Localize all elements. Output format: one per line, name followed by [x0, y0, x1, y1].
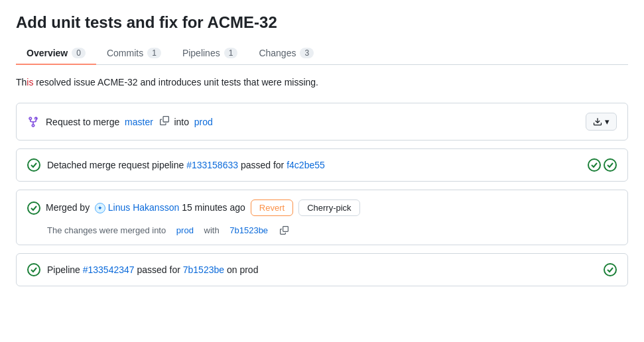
target-branch-link[interactable]: prod — [194, 117, 213, 127]
pipeline-link[interactable]: #133158633 — [186, 160, 238, 170]
tab-pipelines[interactable]: Pipelines 1 — [172, 42, 249, 65]
tab-changes[interactable]: Changes 3 — [248, 42, 324, 65]
final-pipeline-prefix: Pipeline — [47, 264, 80, 275]
merged-detail-prefix: The changes were merged into — [47, 225, 166, 235]
page-title: Add unit tests and fix for ACME-32 — [16, 13, 628, 32]
tab-changes-label: Changes — [259, 48, 296, 58]
final-pipeline-check-icon — [27, 263, 40, 276]
merged-time-text: 15 minutes ago — [182, 202, 245, 213]
merged-detail-row: The changes were merged into prod with 7… — [17, 223, 627, 245]
tabs-container: Overview 0 Commits 1 Pipelines 1 Changes… — [16, 42, 628, 65]
tab-commits[interactable]: Commits 1 — [96, 42, 172, 65]
tab-overview-badge: 0 — [72, 48, 86, 58]
final-pipeline-text: Pipeline #133542347 passed for 7b1523be … — [47, 264, 258, 275]
pipeline-card: Detached merge request pipeline #1331586… — [16, 148, 628, 182]
final-pipeline-middle: passed for — [137, 264, 180, 275]
merge-request-card: Request to merge master into prod ▾ — [16, 103, 628, 141]
cherry-pick-button[interactable]: Cherry-pick — [298, 200, 359, 216]
tab-pipelines-label: Pipelines — [182, 48, 220, 58]
pipeline-row: Detached merge request pipeline #1331586… — [17, 149, 627, 181]
final-pipeline-status-icon — [604, 263, 617, 276]
download-button[interactable]: ▾ — [586, 113, 617, 131]
pipeline-status-icons — [588, 158, 617, 172]
dropdown-arrow: ▾ — [605, 117, 610, 127]
pipeline-text: Detached merge request pipeline #1331586… — [47, 160, 325, 170]
revert-button[interactable]: Revert — [251, 200, 293, 216]
merged-by-prefix: Merged by — [46, 202, 90, 213]
pipeline-info: Detached merge request pipeline #1331586… — [27, 158, 588, 172]
final-pipeline-commit-link[interactable]: 7b1523be — [183, 264, 224, 275]
final-pipeline-suffix: on prod — [227, 264, 258, 275]
tab-commits-label: Commits — [107, 48, 143, 58]
copy-branch-icon[interactable] — [160, 116, 169, 125]
request-to-merge-label: Request to merge master into prod — [46, 116, 213, 127]
description-prefix: Th — [16, 77, 27, 87]
tab-overview[interactable]: Overview 0 — [16, 42, 96, 65]
tab-pipelines-badge: 1 — [224, 48, 238, 58]
merge-icon — [27, 116, 39, 128]
final-pipeline-info: Pipeline #133542347 passed for 7b1523be … — [27, 263, 604, 276]
description-highlight: is — [27, 77, 33, 87]
merged-detail-branch[interactable]: prod — [176, 225, 194, 235]
tab-overview-label: Overview — [27, 48, 68, 58]
merged-by-text: Merged by ✦ Linus Hakansson 15 minutes a… — [46, 202, 245, 213]
merge-request-info: Request to merge master into prod — [27, 116, 586, 128]
merged-detail-with: with — [204, 225, 220, 235]
final-pipeline-row: Pipeline #133542347 passed for 7b1523be … — [17, 254, 627, 286]
source-branch-link[interactable]: master — [125, 117, 153, 127]
tab-commits-badge: 1 — [147, 48, 161, 58]
merged-by-card: Merged by ✦ Linus Hakansson 15 minutes a… — [16, 190, 628, 245]
merged-card-actions: Revert Cherry-pick — [251, 200, 360, 216]
description-suffix: resolved issue ACME-32 and introduces un… — [33, 77, 318, 87]
final-pipeline-link[interactable]: #133542347 — [83, 264, 135, 275]
merged-by-row: Merged by ✦ Linus Hakansson 15 minutes a… — [17, 190, 627, 223]
pipeline-status-check-2 — [604, 158, 617, 172]
card-actions: ▾ — [586, 113, 617, 131]
final-pipeline-card: Pipeline #133542347 passed for 7b1523be … — [16, 253, 628, 286]
merged-detail-commit[interactable]: 7b1523be — [229, 225, 268, 235]
merged-check-icon — [27, 201, 40, 215]
merge-request-row: Request to merge master into prod ▾ — [17, 103, 627, 140]
into-text: into — [174, 117, 189, 127]
pipeline-text-prefix: Detached merge request pipeline — [47, 160, 184, 170]
copy-commit-icon[interactable] — [280, 226, 289, 235]
pipeline-text-middle: passed for — [241, 160, 284, 170]
merged-user-link[interactable]: Linus Hakansson — [108, 202, 179, 213]
pipeline-status-check-1 — [588, 158, 601, 172]
pipeline-commit-link[interactable]: f4c2be55 — [287, 160, 325, 170]
merge-text-label: Request to merge — [46, 117, 119, 127]
pipeline-check-icon — [27, 158, 40, 172]
tab-changes-badge: 3 — [300, 48, 314, 58]
user-avatar-icon: ✦ — [95, 203, 105, 213]
mr-description: This resolved issue ACME-32 and introduc… — [16, 76, 628, 89]
